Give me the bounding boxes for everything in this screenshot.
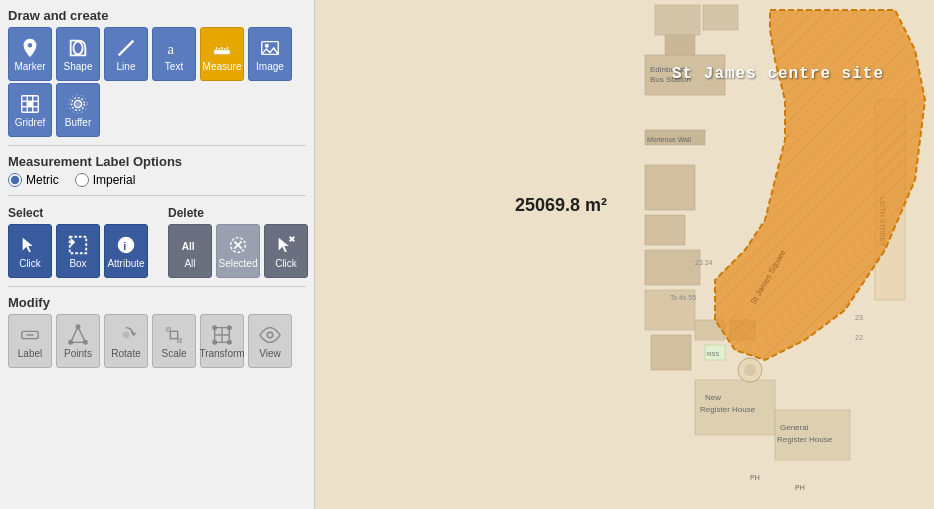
svg-point-17 [28, 102, 32, 106]
metric-label: Metric [26, 173, 59, 187]
svg-rect-59 [645, 215, 685, 245]
imperial-option[interactable]: Imperial [75, 173, 136, 187]
svg-point-35 [69, 340, 73, 344]
select-click-label: Click [19, 258, 41, 269]
select-attribute-tool[interactable]: i Attribute [104, 224, 148, 278]
svg-rect-50 [655, 5, 700, 35]
svg-text:RSS: RSS [707, 351, 719, 357]
shape-label: Shape [64, 61, 93, 72]
line-tool[interactable]: Line [104, 27, 148, 81]
delete-block: Delete All All Selected Click [168, 206, 308, 278]
svg-text:Register House: Register House [700, 405, 756, 414]
svg-rect-52 [665, 35, 695, 55]
measure-tool[interactable]: Measure [200, 27, 244, 81]
svg-text:a: a [168, 40, 175, 56]
measurement-title: Measurement Label Options [8, 154, 306, 169]
select-click-tool[interactable]: Click [8, 224, 52, 278]
marker-tool[interactable]: Marker [8, 27, 52, 81]
svg-point-33 [76, 324, 80, 328]
select-delete-section: Select Click Box i Attribute [8, 206, 306, 278]
modify-transform-text: Transform [199, 348, 244, 359]
text-tool[interactable]: a Text [152, 27, 196, 81]
svg-point-43 [213, 325, 217, 329]
metric-option[interactable]: Metric [8, 173, 59, 187]
svg-text:Ts 4s  55: Ts 4s 55 [670, 294, 696, 301]
svg-text:General: General [780, 423, 809, 432]
measurement-options: Metric Imperial [8, 173, 306, 187]
svg-rect-51 [703, 5, 738, 30]
select-tools-row: Click Box i Attribute [8, 224, 148, 278]
text-label: Text [165, 61, 183, 72]
select-box-label: Box [69, 258, 86, 269]
buffer-label: Buffer [65, 117, 92, 128]
modify-view-tool[interactable]: View [248, 314, 292, 368]
line-label: Line [117, 61, 136, 72]
modify-scale-tool[interactable]: Scale [152, 314, 196, 368]
marker-label: Marker [14, 61, 45, 72]
draw-section-title: Draw and create [8, 8, 306, 23]
delete-click-tool[interactable]: Click [264, 224, 308, 278]
modify-label-text: Label [18, 348, 42, 359]
modify-rotate-text: Rotate [111, 348, 140, 359]
modify-view-text: View [259, 348, 281, 359]
svg-text:PH: PH [795, 484, 805, 491]
modify-points-text: Points [64, 348, 92, 359]
draw-tools-row: Marker Shape Line a Text Measure [8, 27, 306, 81]
draw-section: Draw and create Marker Shape Line a Text [8, 8, 306, 137]
modify-section: Modify Label Points Rotate Scale [8, 295, 306, 368]
svg-line-1 [119, 40, 134, 55]
select-box-tool[interactable]: Box [56, 224, 100, 278]
imperial-radio[interactable] [75, 173, 89, 187]
select-block: Select Click Box i Attribute [8, 206, 148, 278]
svg-rect-39 [178, 338, 182, 342]
modify-scale-text: Scale [161, 348, 186, 359]
svg-point-47 [267, 332, 273, 338]
svg-point-11 [265, 44, 268, 47]
svg-text:Bus Station: Bus Station [650, 75, 691, 84]
svg-rect-58 [645, 165, 695, 210]
svg-text:22: 22 [855, 334, 863, 341]
delete-tools-row: All All Selected Click [168, 224, 308, 278]
delete-selected-label: Selected [219, 258, 258, 269]
buffer-tool[interactable]: Buffer [56, 83, 100, 137]
svg-text:Morlense Wall: Morlense Wall [647, 136, 692, 143]
modify-label-tool[interactable]: Label [8, 314, 52, 368]
svg-point-0 [73, 41, 82, 54]
svg-text:PH: PH [750, 474, 760, 481]
delete-selected-tool[interactable]: Selected [216, 224, 260, 278]
svg-text:Edinburgh: Edinburgh [650, 65, 686, 74]
metric-radio[interactable] [8, 173, 22, 187]
sidebar: Draw and create Marker Shape Line a Text [0, 0, 315, 509]
modify-points-tool[interactable]: Points [56, 314, 100, 368]
svg-point-46 [228, 340, 232, 344]
svg-point-36 [123, 332, 129, 338]
gridref-tool[interactable]: Gridref [8, 83, 52, 137]
delete-click-label: Click [275, 258, 297, 269]
image-tool[interactable]: Image [248, 27, 292, 81]
measure-label: Measure [203, 61, 242, 72]
select-title: Select [8, 206, 148, 220]
modify-title: Modify [8, 295, 306, 310]
modify-tools-row: Label Points Rotate Scale Transform [8, 314, 306, 368]
image-label: Image [256, 61, 284, 72]
svg-point-18 [74, 100, 81, 107]
draw-tools-row2: Gridref Buffer [8, 83, 306, 137]
svg-text:23: 23 [855, 314, 863, 321]
svg-text:23  24: 23 24 [695, 259, 713, 266]
shape-tool[interactable]: Shape [56, 27, 100, 81]
modify-transform-tool[interactable]: Transform [200, 314, 244, 368]
divider3 [8, 286, 306, 287]
gridref-label: Gridref [15, 117, 46, 128]
svg-point-74 [744, 364, 756, 376]
divider2 [8, 195, 306, 196]
modify-rotate-tool[interactable]: Rotate [104, 314, 148, 368]
svg-text:Register House: Register House [777, 435, 833, 444]
svg-text:New: New [705, 393, 721, 402]
imperial-label: Imperial [93, 173, 136, 187]
svg-rect-3 [214, 49, 231, 54]
delete-all-tool[interactable]: All All [168, 224, 212, 278]
map-area[interactable]: Edinburgh Bus Station Morlense Wall New … [315, 0, 934, 509]
map-svg: Edinburgh Bus Station Morlense Wall New … [315, 0, 934, 509]
svg-text:All: All [182, 240, 195, 251]
svg-rect-60 [645, 250, 700, 285]
